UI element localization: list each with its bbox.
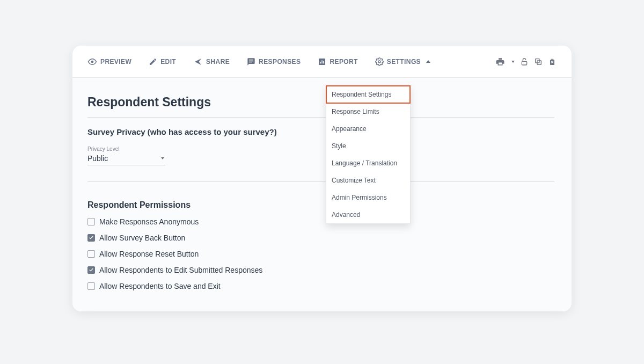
trash-icon xyxy=(548,57,557,66)
delete-button[interactable] xyxy=(548,57,557,66)
svg-rect-4 xyxy=(323,61,324,63)
content: Respondent Settings Survey Privacy (who … xyxy=(72,78,572,311)
page-title: Respondent Settings xyxy=(87,95,554,118)
share-label: SHARE xyxy=(206,58,230,65)
permissions-heading: Respondent Permissions xyxy=(87,200,557,210)
privacy-field-label: Privacy Level xyxy=(87,146,557,152)
checkbox-label: Allow Response Reset Button xyxy=(99,250,199,258)
permission-row: Allow Survey Back Button xyxy=(87,234,557,242)
lock-button[interactable] xyxy=(520,57,529,66)
dropdown-item[interactable]: Admin Permissions xyxy=(326,189,410,206)
permission-row: Allow Respondents to Save and Exit xyxy=(87,282,557,290)
caret-up-icon xyxy=(426,60,430,63)
preview-button[interactable]: PREVIEW xyxy=(87,57,131,67)
share-icon xyxy=(193,57,203,67)
gear-icon xyxy=(375,57,384,66)
svg-point-0 xyxy=(91,60,94,63)
responses-button[interactable]: RESPONSES xyxy=(247,57,301,66)
bar-chart-icon xyxy=(318,57,326,66)
dropdown-item[interactable]: Response Limits xyxy=(326,103,410,120)
edit-label: EDIT xyxy=(160,58,176,65)
privacy-select[interactable]: Public xyxy=(87,153,165,165)
permission-row: Allow Respondents to Edit Submitted Resp… xyxy=(87,266,557,274)
responses-label: RESPONSES xyxy=(259,58,301,65)
print-button[interactable] xyxy=(495,57,505,67)
checkbox-label: Allow Respondents to Save and Exit xyxy=(99,282,221,290)
svg-rect-2 xyxy=(320,62,321,63)
share-button[interactable]: SHARE xyxy=(193,57,230,67)
privacy-heading: Survey Privacy (who has access to your s… xyxy=(87,127,557,136)
divider xyxy=(87,181,554,182)
dropdown-item[interactable]: Customize Text xyxy=(326,172,410,189)
dropdown-item[interactable]: Advanced xyxy=(326,206,410,223)
dropdown-item[interactable]: Appearance xyxy=(326,120,410,137)
app-card: PREVIEW EDIT SHARE RESPONSES REPORT SETT… xyxy=(72,46,572,311)
svg-rect-6 xyxy=(522,61,526,65)
dropdown-item[interactable]: Style xyxy=(326,137,410,155)
privacy-value: Public xyxy=(87,154,108,163)
preview-label: PREVIEW xyxy=(100,58,131,65)
toolbar-right xyxy=(495,57,557,67)
permission-row: Allow Response Reset Button xyxy=(87,250,557,258)
lock-icon xyxy=(520,57,529,66)
checkbox[interactable] xyxy=(87,234,95,242)
permission-row: Make Responses Anonymous xyxy=(87,217,557,226)
edit-button[interactable]: EDIT xyxy=(149,57,176,66)
svg-rect-3 xyxy=(322,60,323,63)
pencil-icon xyxy=(149,57,157,66)
checkbox-label: Allow Respondents to Edit Submitted Resp… xyxy=(99,266,262,274)
header-section: Respondent Settings Survey Privacy (who … xyxy=(87,78,557,182)
permissions-section: Respondent Permissions Make Responses An… xyxy=(87,200,557,290)
checkbox[interactable] xyxy=(87,282,95,290)
dropdown-item[interactable]: Language / Translation xyxy=(326,155,410,172)
settings-dropdown: Respondent SettingsResponse LimitsAppear… xyxy=(326,85,411,224)
checkbox[interactable] xyxy=(87,218,95,225)
permissions-list: Make Responses AnonymousAllow Survey Bac… xyxy=(87,217,557,290)
toolbar: PREVIEW EDIT SHARE RESPONSES REPORT SETT… xyxy=(72,46,572,78)
dropdown-item[interactable]: Respondent Settings xyxy=(326,85,411,104)
chevron-down-icon xyxy=(161,157,164,159)
checkbox[interactable] xyxy=(87,266,95,274)
copy-icon xyxy=(534,57,543,66)
settings-label: SETTINGS xyxy=(387,58,421,65)
svg-point-5 xyxy=(378,61,380,63)
copy-button[interactable] xyxy=(534,57,543,66)
report-label: REPORT xyxy=(330,58,357,65)
settings-button[interactable]: SETTINGS xyxy=(375,57,430,66)
checkbox-label: Make Responses Anonymous xyxy=(99,217,199,226)
report-button[interactable]: REPORT xyxy=(318,57,357,66)
chat-icon xyxy=(247,57,255,66)
checkbox-label: Allow Survey Back Button xyxy=(99,234,185,242)
print-icon xyxy=(495,57,505,67)
checkbox[interactable] xyxy=(87,250,95,258)
eye-icon xyxy=(87,57,97,67)
caret-down-icon[interactable] xyxy=(511,61,515,63)
